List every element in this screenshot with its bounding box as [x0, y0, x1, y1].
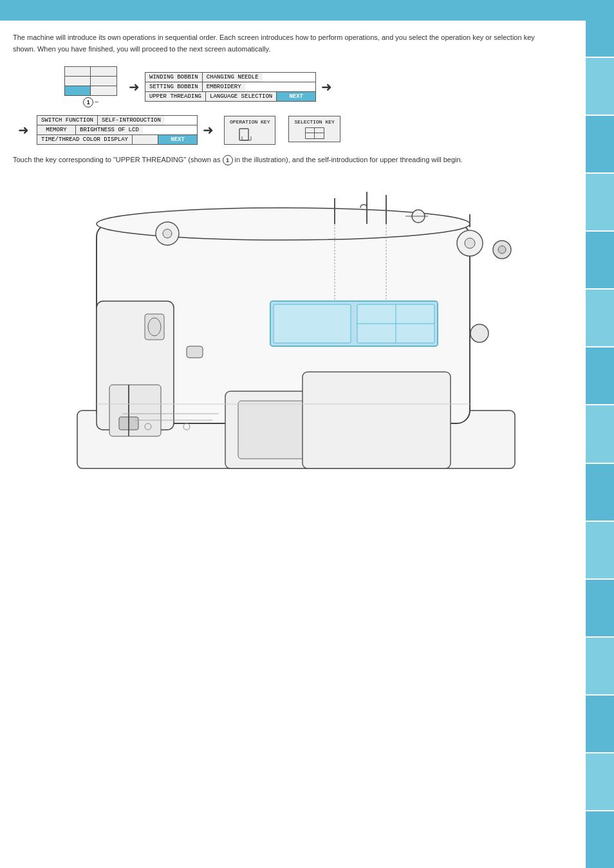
lcd-winding-bobbin[interactable]: WINDING BOBBIN	[145, 73, 203, 82]
sidebar-tab-5	[586, 232, 614, 288]
lcd-time-thread[interactable]: TIME/THREAD COLOR DISPLAY	[37, 135, 133, 144]
sidebar-tab-14	[586, 753, 614, 810]
lcd-empty	[133, 135, 158, 144]
arrow-1: ➜	[129, 79, 140, 95]
sidebar-tab-6	[586, 290, 614, 346]
operation-key-icon	[238, 127, 261, 142]
svg-rect-32	[302, 372, 451, 468]
lcd-row-1-1: WINDING BOBBIN CHANGING NEEDLE	[145, 73, 315, 82]
machine-svg	[58, 172, 534, 494]
top-header-bar	[0, 0, 586, 21]
selection-key-label: SELECTION KEY	[294, 119, 334, 125]
explanation-text: Touch the key corresponding to "UPPER TH…	[13, 154, 541, 166]
sidebar-tab-8	[586, 405, 614, 462]
sidebar-tab-7	[586, 347, 614, 404]
svg-point-21	[163, 229, 172, 238]
lcd-row-2-3: TIME/THREAD COLOR DISPLAY NEXT	[37, 135, 197, 144]
lcd-embroidery[interactable]: EMBROIDERY	[203, 82, 245, 91]
sidebar-tab-15	[586, 811, 614, 868]
sidebar-tab-13	[586, 696, 614, 752]
small-cell-4	[91, 77, 116, 86]
sidebar-tab-9	[586, 464, 614, 521]
sel-cell-2	[315, 128, 324, 133]
svg-rect-37	[187, 346, 203, 358]
small-cell-3	[65, 77, 91, 86]
initial-screen	[64, 66, 117, 96]
small-cell-1	[65, 67, 91, 76]
lcd-switch-function[interactable]: SWITCH FUNCTION	[37, 116, 98, 125]
sidebar-tab-2	[586, 58, 614, 115]
sidebar-tab-12	[586, 638, 614, 694]
lcd-row-2-2: MEMORY BRIGHTNESS OF LCD	[37, 125, 197, 135]
lcd-memory[interactable]: MEMORY	[37, 125, 76, 134]
diagram-row-1: 1 — ➜ WINDING BOBBIN CHANGING NEEDLE SET…	[13, 66, 579, 107]
sidebar-tab-4	[586, 174, 614, 230]
lcd-language-selection[interactable]: LANGUAGE SELECTION	[206, 92, 277, 101]
sidebar-tab-11	[586, 580, 614, 636]
operation-key-label: OPERATION KEY	[230, 119, 270, 125]
svg-point-26	[498, 246, 506, 254]
diagram-row-2: ➜ SWITCH FUNCTION SELF-INTRODUCTION MEMO…	[13, 115, 579, 145]
lcd-screen-1: WINDING BOBBIN CHANGING NEEDLE SETTING B…	[145, 72, 316, 102]
lcd-next-2[interactable]: NEXT	[158, 135, 197, 144]
operation-key-display: OPERATION KEY	[224, 116, 275, 145]
arrow-3: ➜	[18, 122, 29, 138]
sidebar-tab-1	[586, 0, 614, 57]
main-content: The machine will introduce its own opera…	[13, 26, 579, 494]
lcd-upper-threading[interactable]: UPPER THREADING	[145, 92, 206, 101]
lcd-changing-needle[interactable]: CHANGING NEEDLE	[203, 73, 263, 82]
lcd-row-1-2: SETTING BOBBIN EMBROIDERY	[145, 82, 315, 92]
sel-cell-1	[306, 128, 315, 133]
lcd-self-introduction[interactable]: SELF-INTRODUCTION	[98, 116, 165, 125]
small-cell-2	[91, 67, 116, 76]
selection-key-display: SELECTION KEY	[288, 116, 340, 142]
svg-point-29	[470, 324, 488, 342]
svg-rect-13	[274, 304, 351, 343]
badge-1: 1	[83, 97, 93, 107]
svg-point-42	[148, 318, 161, 336]
sel-cell-4	[315, 133, 324, 138]
selection-key-icon	[305, 127, 324, 139]
arrow-4: ➜	[203, 122, 214, 138]
sidebar-tab-10	[586, 522, 614, 578]
badge-explanation: 1	[223, 155, 233, 165]
arrow-2: ➜	[321, 79, 332, 95]
lcd-row-1-3: UPPER THREADING LANGUAGE SELECTION NEXT	[145, 92, 315, 101]
small-cell-6	[91, 86, 116, 95]
right-sidebar	[586, 0, 614, 868]
svg-rect-0	[239, 129, 248, 140]
lcd-next-1[interactable]: NEXT	[277, 92, 315, 101]
lcd-brightness-lcd[interactable]: BRIGHTNESS OF LCD	[76, 125, 143, 134]
sel-cell-3	[306, 133, 315, 138]
svg-point-18	[465, 238, 475, 248]
intro-paragraph: The machine will introduce its own opera…	[13, 32, 541, 55]
small-cell-5	[65, 86, 91, 95]
machine-illustration	[58, 172, 534, 494]
sidebar-tab-3	[586, 116, 614, 172]
lcd-row-2-1: SWITCH FUNCTION SELF-INTRODUCTION	[37, 116, 197, 125]
lcd-screen-2: SWITCH FUNCTION SELF-INTRODUCTION MEMORY…	[37, 115, 198, 145]
lcd-setting-bobbin[interactable]: SETTING BOBBIN	[145, 82, 203, 91]
